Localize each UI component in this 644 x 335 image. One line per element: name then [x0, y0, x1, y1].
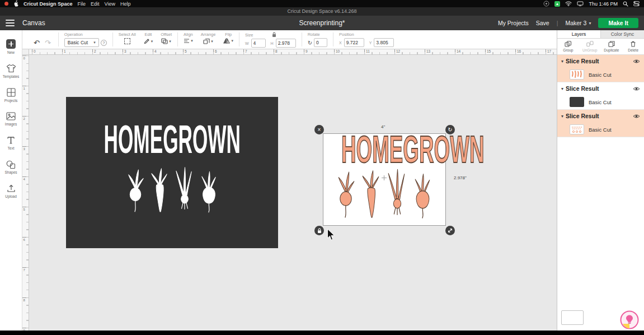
height-input[interactable] — [276, 39, 296, 48]
tab-layers[interactable]: Layers — [557, 30, 601, 38]
sidebar-item-new[interactable]: New — [0, 35, 22, 59]
chevron-down-icon[interactable]: ▾ — [561, 86, 563, 91]
offset-label: Offset — [161, 32, 172, 37]
layer-row[interactable]: Basic Cut — [557, 95, 644, 109]
layer-group-header[interactable]: ▾ Slice Result — [557, 82, 644, 95]
save-link[interactable]: Save — [536, 20, 549, 26]
visibility-eye-icon[interactable] — [633, 86, 640, 91]
operation-help-button[interactable]: ? — [101, 40, 107, 46]
visibility-eye-icon[interactable] — [633, 114, 640, 119]
operation-group: Operation Basic Cut ▾ ? — [60, 30, 111, 49]
chevron-down-icon: ▾ — [211, 39, 213, 44]
flip-group[interactable]: Flip ▾ — [219, 30, 237, 49]
align-group[interactable]: Align ▾ — [180, 30, 197, 49]
wifi-icon[interactable] — [565, 1, 572, 6]
flip-dropdown[interactable]: ▾ — [223, 38, 233, 44]
undo-button[interactable]: ↶ — [32, 38, 41, 48]
feedback-bubble-icon[interactable] — [620, 310, 639, 329]
redo-button[interactable]: ↷ — [43, 38, 53, 48]
lock-aspect-icon[interactable] — [272, 32, 276, 38]
machine-selector[interactable]: Maker 3 ▾ — [565, 20, 591, 26]
offset-dropdown[interactable]: ▾ — [161, 38, 171, 44]
tab-color-sync[interactable]: Color Sync — [601, 30, 644, 38]
menubar-clock[interactable]: Thu 1:46 PM — [589, 1, 618, 7]
arrange-dropdown[interactable]: ▾ — [203, 38, 213, 44]
ruler-number: 3 — [23, 147, 25, 151]
ruler-number: 16 — [517, 49, 521, 53]
menubar-app-name[interactable]: Cricut Design Space — [23, 1, 73, 7]
chevron-down-icon[interactable]: ▾ — [561, 59, 563, 64]
sidebar-item-label: Images — [5, 122, 17, 126]
resize-selection-handle[interactable] — [445, 226, 455, 235]
rotate-input[interactable] — [314, 38, 327, 47]
header-right-group: My Projects Save | Maker 3 ▾ Make It — [498, 18, 638, 28]
vegetables-illustration-white — [123, 163, 222, 217]
green-app-status-icon[interactable] — [554, 1, 560, 7]
y-position-input[interactable] — [374, 38, 394, 47]
ungroup-button[interactable]: UnGroup — [579, 39, 601, 54]
offset-group[interactable]: Offset ▾ — [157, 30, 176, 49]
layer-group-header[interactable]: ▾ Slice Result — [557, 110, 644, 122]
flip-icon — [223, 38, 230, 44]
layer-row[interactable]: Basic Cut — [557, 67, 644, 82]
sidebar-item-shapes[interactable]: Shapes — [0, 155, 22, 179]
toolbar-divider — [58, 32, 59, 46]
arrange-group[interactable]: Arrange ▾ — [197, 30, 220, 49]
delete-button[interactable]: Delete — [622, 39, 644, 54]
vegetables-illustration-orange — [333, 165, 436, 223]
layer-label: Basic Cut — [589, 72, 612, 78]
align-dropdown[interactable]: ▾ — [184, 38, 193, 44]
sidebar-item-label: Templates — [3, 75, 20, 78]
edit-group[interactable]: Edit ▾ — [140, 30, 157, 49]
menu-view[interactable]: View — [105, 1, 115, 7]
toolbar-divider — [112, 32, 113, 46]
ruler-number: 0 — [23, 57, 25, 60]
rotate-selection-handle[interactable]: ↻ — [445, 125, 455, 134]
ruler-number: 6 — [23, 238, 25, 241]
make-it-button[interactable]: Make It — [598, 18, 638, 28]
width-input[interactable] — [251, 39, 266, 48]
chevron-down-icon[interactable]: ▾ — [561, 114, 563, 119]
dark-background-artwork[interactable]: HOMEGROWN — [66, 97, 278, 248]
select-all-icon[interactable] — [124, 38, 130, 44]
sidebar-item-text[interactable]: Text — [0, 131, 22, 155]
delete-selection-handle[interactable]: × — [314, 125, 324, 134]
sidebar-item-upload[interactable]: Upload — [0, 179, 22, 203]
layer-group-title: Slice Result — [566, 58, 631, 64]
ruler-number: 17 — [547, 49, 551, 53]
upload-arrow-icon — [7, 184, 16, 193]
menu-help[interactable]: Help — [120, 1, 131, 7]
select-all-group[interactable]: Select All — [115, 30, 140, 49]
group-button[interactable]: Group — [557, 39, 579, 54]
layer-thumbnail — [570, 69, 584, 80]
duplicate-button[interactable]: Duplicate — [601, 39, 623, 54]
control-center-icon[interactable] — [633, 1, 640, 6]
operation-select[interactable]: Basic Cut ▾ — [64, 38, 99, 47]
layer-row[interactable]: Basic Cut — [557, 122, 644, 137]
menu-edit[interactable]: Edit — [91, 1, 100, 7]
ruler-number: 2 — [23, 117, 25, 120]
swirl-status-icon[interactable] — [543, 1, 549, 7]
menu-file[interactable]: File — [78, 1, 86, 7]
edit-dropdown[interactable]: ▾ — [144, 38, 153, 44]
panel-tabs: Layers Color Sync — [557, 30, 644, 39]
search-icon[interactable] — [623, 1, 628, 7]
apple-icon[interactable] — [13, 1, 18, 7]
sidebar-item-images[interactable]: Images — [0, 107, 22, 131]
undo-redo-group: ↶ ↷ — [28, 30, 57, 49]
display-mirroring-icon[interactable] — [577, 1, 584, 6]
layer-group-header[interactable]: ▾ Slice Result — [557, 55, 644, 67]
selection-height-label: 2.978" — [454, 175, 467, 180]
mouse-cursor — [327, 229, 335, 243]
sidebar-item-projects[interactable]: Projects — [0, 83, 22, 107]
arrange-icon — [203, 38, 210, 44]
layer-group-3: ▾ Slice Result Basic Cut — [557, 110, 644, 137]
lock-selection-handle[interactable] — [314, 226, 324, 235]
hamburger-menu-icon[interactable] — [6, 20, 15, 26]
visibility-eye-icon[interactable] — [633, 59, 640, 64]
x-position-input[interactable] — [344, 38, 364, 47]
my-projects-link[interactable]: My Projects — [498, 20, 529, 26]
chevron-down-icon: ▾ — [191, 39, 193, 43]
ungroup-icon — [586, 41, 594, 47]
sidebar-item-templates[interactable]: Templates — [0, 59, 22, 83]
